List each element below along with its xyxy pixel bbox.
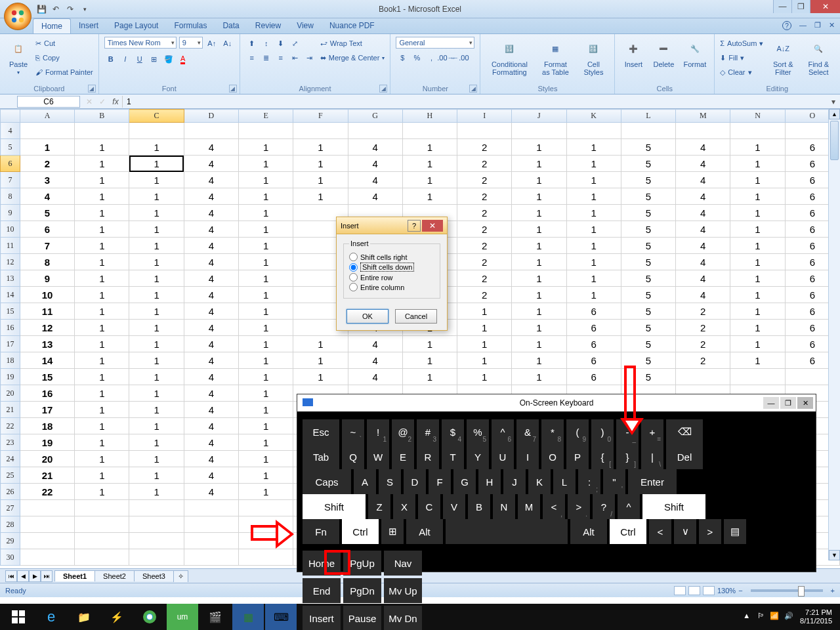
cell-C6[interactable]: 1	[129, 156, 184, 172]
cell-D28[interactable]	[184, 516, 238, 533]
fmtpainter-button[interactable]: 🖌Format Painter	[35, 66, 93, 79]
fbar-expand[interactable]: ▾	[827, 97, 840, 106]
cut-button[interactable]: ✂Cut	[35, 37, 93, 50]
zoom-in[interactable]: +	[831, 587, 835, 595]
border-button[interactable]: ⊞	[148, 52, 161, 66]
cell-H7[interactable]: 1	[402, 172, 457, 188]
sheet-nav-first[interactable]: ⏮	[5, 570, 17, 582]
orientation[interactable]: ⤢	[289, 37, 302, 50]
key-g[interactable]: G	[453, 469, 476, 494]
cell-C29[interactable]	[129, 533, 184, 549]
cell-D21[interactable]: 4	[184, 402, 238, 418]
key-mvdn[interactable]: Mv Dn	[384, 606, 422, 630]
key-([interactable]: (9	[566, 419, 589, 444]
cell-A30[interactable]	[20, 549, 74, 566]
cell-B6[interactable]: 1	[75, 156, 129, 172]
cell-A4[interactable]	[20, 123, 74, 139]
comma-button[interactable]: ,	[425, 51, 438, 64]
cell-A10[interactable]: 6	[20, 221, 74, 238]
sort-button[interactable]: A↓ZSort & Filter	[767, 37, 799, 77]
cell-D18[interactable]: 4	[184, 352, 238, 369]
cell-N11[interactable]: 1	[730, 238, 785, 254]
mdi-restore[interactable]: ❐	[814, 21, 821, 30]
cell-A14[interactable]: 10	[20, 287, 74, 303]
cell-I15[interactable]: 1	[457, 303, 512, 320]
cell-B29[interactable]	[75, 533, 129, 549]
key-%[interactable]: %5	[467, 419, 489, 444]
qat-more-icon[interactable]: ▾	[79, 3, 91, 15]
key-t[interactable]: T	[442, 444, 464, 469]
key-u[interactable]: U	[492, 444, 514, 469]
cell-D22[interactable]: 4	[184, 418, 238, 434]
cell-B27[interactable]	[75, 500, 129, 516]
cell-L10[interactable]: 5	[621, 221, 675, 238]
cell-D8[interactable]: 4	[184, 188, 238, 205]
cell-J13[interactable]: 1	[512, 270, 566, 287]
copy-button[interactable]: ⎘Copy	[35, 51, 93, 64]
indent-inc[interactable]: ⇥	[303, 51, 316, 64]
key-k[interactable]: K	[528, 469, 551, 494]
cell-A15[interactable]: 11	[20, 303, 74, 320]
row-header-28[interactable]: 28	[1, 516, 20, 533]
cell-B8[interactable]: 1	[75, 188, 129, 205]
key-i[interactable]: I	[516, 444, 539, 469]
cell-A18[interactable]: 14	[20, 352, 74, 369]
tab-home[interactable]: Home	[33, 18, 71, 33]
key-$[interactable]: $4	[442, 419, 464, 444]
close-button[interactable]: ✕	[810, 0, 840, 13]
key->[interactable]: >.	[568, 494, 590, 519]
maximize-button[interactable]: ❐	[791, 0, 810, 13]
key-j[interactable]: J	[503, 469, 526, 494]
key-mvup[interactable]: Mv Up	[384, 578, 422, 603]
cell-B18[interactable]: 1	[75, 352, 129, 369]
cell-M14[interactable]: 4	[676, 287, 730, 303]
key-<[interactable]: <,	[543, 494, 565, 519]
tb-chrome[interactable]	[134, 604, 165, 630]
row-header-26[interactable]: 26	[1, 484, 20, 500]
key-|[interactable]: |\	[641, 444, 663, 469]
cell-D9[interactable]: 4	[184, 205, 238, 221]
tb-winamp[interactable]: ⚡	[101, 604, 133, 630]
col-header-L[interactable]: L	[621, 110, 675, 123]
align-top[interactable]: ⬆	[245, 37, 259, 50]
inc-decimal[interactable]: .00→	[439, 51, 452, 64]
cell-C18[interactable]: 1	[129, 352, 184, 369]
cell-N13[interactable]: 1	[730, 270, 785, 287]
cell-N12[interactable]: 1	[730, 254, 785, 270]
cell-A17[interactable]: 13	[20, 336, 74, 352]
cell-B21[interactable]: 1	[75, 402, 129, 418]
cell-E5[interactable]: 1	[238, 139, 293, 156]
key-fn[interactable]: Fn	[303, 519, 339, 544]
cell-K15[interactable]: 6	[566, 303, 621, 320]
row-header-10[interactable]: 10	[1, 221, 20, 238]
col-header-B[interactable]: B	[75, 110, 129, 123]
percent-button[interactable]: %	[410, 51, 423, 64]
office-button[interactable]	[4, 3, 32, 30]
key-+[interactable]: +=	[641, 419, 663, 444]
key->[interactable]: >	[699, 519, 721, 544]
cell-I6[interactable]: 2	[457, 156, 512, 172]
radio-shift-cells-right[interactable]: Shift cells right	[349, 253, 434, 261]
cell-C21[interactable]: 1	[129, 402, 184, 418]
cell-M16[interactable]: 2	[676, 320, 730, 336]
cell-K5[interactable]: 1	[566, 139, 621, 156]
cell-C28[interactable]	[129, 516, 184, 533]
cell-K13[interactable]: 1	[566, 270, 621, 287]
row-header-17[interactable]: 17	[1, 336, 20, 352]
key-{[interactable]: {[	[591, 444, 614, 469]
cell-C13[interactable]: 1	[129, 270, 184, 287]
cell-C19[interactable]: 1	[129, 369, 184, 385]
key-<[interactable]: <	[649, 519, 671, 544]
cell-H6[interactable]: 1	[402, 156, 457, 172]
cond-fmt-button[interactable]: 🔢Conditional Formatting	[486, 37, 533, 77]
font-launcher[interactable]: ◢	[229, 85, 237, 93]
cell-M18[interactable]: 2	[676, 352, 730, 369]
cell-B9[interactable]: 1	[75, 205, 129, 221]
cell-E9[interactable]: 1	[238, 205, 293, 221]
cell-A24[interactable]: 20	[20, 451, 74, 467]
mdi-close[interactable]: ✕	[829, 21, 835, 30]
key-l[interactable]: L	[553, 469, 576, 494]
number-format-combo[interactable]: General	[396, 37, 474, 49]
key-⌫[interactable]: ⌫	[666, 419, 703, 444]
dialog-ok-button[interactable]: OK	[346, 309, 388, 324]
